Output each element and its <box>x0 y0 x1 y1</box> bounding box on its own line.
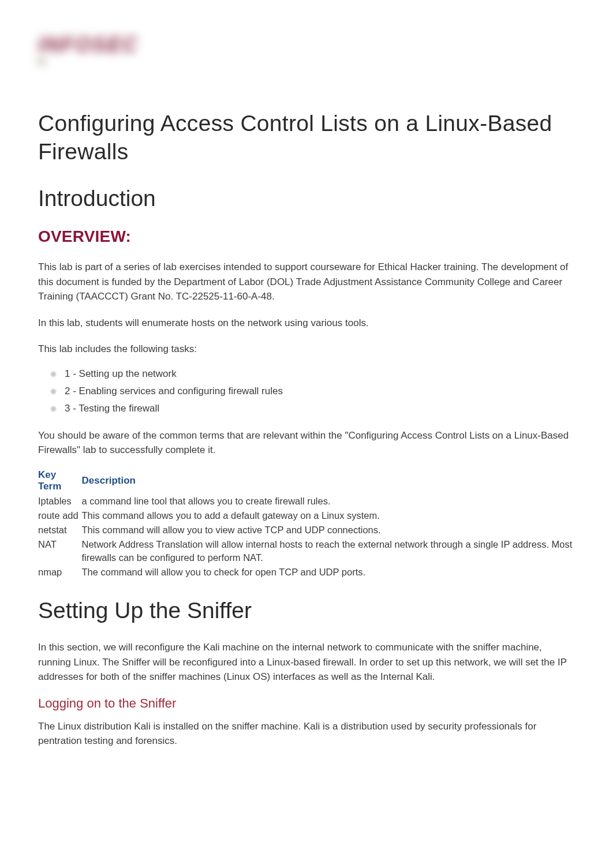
term-desc: a command line tool that allows you to c… <box>81 494 575 508</box>
overview-paragraph-1: This lab is part of a series of lab exer… <box>38 260 575 304</box>
logging-paragraph: The Linux distribution Kali is installed… <box>38 719 575 749</box>
task-item: 3 - Testing the firewall <box>55 403 575 414</box>
table-header-desc: Description <box>81 469 575 494</box>
infosec-logo: INFOSEC <box>38 35 159 87</box>
tasks-list: 1 - Setting up the network 2 - Enabling … <box>38 368 575 414</box>
key-terms-table: Key Term Description Iptables a command … <box>38 469 575 580</box>
introduction-heading: Introduction <box>38 185 575 213</box>
term-desc: This command allows you to add a default… <box>81 508 575 523</box>
logging-heading: Logging on to the Sniffer <box>38 696 575 711</box>
term-desc: Network Address Translation will allow i… <box>81 537 575 565</box>
term-desc: This command will allow you to view acti… <box>81 523 575 537</box>
overview-paragraph-2: In this lab, students will enumerate hos… <box>38 316 575 331</box>
sniffer-heading: Setting Up the Sniffer <box>38 597 575 625</box>
logo-block: INFOSEC <box>38 35 575 87</box>
term-key: Iptables <box>38 494 81 508</box>
overview-heading: OVERVIEW: <box>38 227 575 246</box>
tasks-intro: This lab includes the following tasks: <box>38 342 575 357</box>
term-desc: The command will allow you to check for … <box>81 565 575 579</box>
logo-text-top: INFOSEC <box>38 35 159 55</box>
table-header-key: Key Term <box>38 469 81 494</box>
logo-text-bottom <box>38 60 45 63</box>
term-key: nmap <box>38 565 81 579</box>
document-page: INFOSEC Configuring Access Control Lists… <box>0 0 613 795</box>
task-item: 2 - Enabling services and configuring fi… <box>55 386 575 397</box>
term-key: netstat <box>38 523 81 537</box>
document-title: Configuring Access Control Lists on a Li… <box>38 110 575 166</box>
table-row: netstat This command will allow you to v… <box>38 523 575 537</box>
table-row: NAT Network Address Translation will all… <box>38 537 575 565</box>
tasks-outro: You should be aware of the common terms … <box>38 428 575 458</box>
term-key: route add <box>38 508 81 523</box>
table-row: Iptables a command line tool that allows… <box>38 494 575 508</box>
sniffer-paragraph: In this section, we will reconfigure the… <box>38 640 575 684</box>
table-row: nmap The command will allow you to check… <box>38 565 575 579</box>
term-key: NAT <box>38 537 81 565</box>
table-row: route add This command allows you to add… <box>38 508 575 523</box>
task-item: 1 - Setting up the network <box>55 368 575 380</box>
